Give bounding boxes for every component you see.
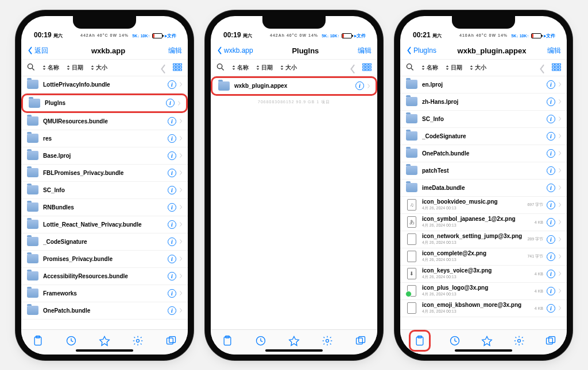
- file-list[interactable]: LottiePrivacyInfo.bundle i PlugIns i QMU…: [21, 76, 188, 329]
- search-icon[interactable]: [216, 63, 225, 72]
- info-icon[interactable]: i: [168, 117, 176, 126]
- file-row[interactable]: RNBundles i: [21, 199, 188, 216]
- file-row[interactable]: Promises_Privacy.bundle i: [21, 251, 188, 268]
- tab-gear[interactable]: [320, 333, 335, 348]
- file-row[interactable]: OnePatch.bundle i: [400, 145, 567, 162]
- search-icon[interactable]: [27, 63, 35, 72]
- sort-date[interactable]: 日期: [445, 64, 462, 72]
- file-row[interactable]: icon_complete@2x.png 4月 26, 2024 00:13 7…: [400, 248, 567, 266]
- edit-button[interactable]: 编辑: [168, 46, 182, 56]
- sort-name[interactable]: 名称: [42, 64, 59, 72]
- tab-clock[interactable]: [447, 333, 462, 348]
- tab-wins[interactable]: [353, 333, 368, 348]
- back-button[interactable]: 返回: [27, 46, 48, 56]
- info-icon[interactable]: i: [168, 80, 176, 89]
- sort-name[interactable]: 名称: [231, 64, 249, 72]
- info-icon[interactable]: i: [547, 304, 555, 313]
- file-list[interactable]: en.lproj i zh-Hans.lproj i SC_Info i: [400, 76, 567, 329]
- tab-star[interactable]: [287, 333, 301, 348]
- info-icon[interactable]: i: [168, 186, 176, 194]
- info-icon[interactable]: i: [547, 98, 555, 106]
- info-icon[interactable]: i: [168, 151, 176, 160]
- back-button[interactable]: PlugIns: [406, 46, 436, 54]
- file-row[interactable]: あ icon_symbol_japanese_1@2x.png 4月 26, 2…: [400, 214, 567, 231]
- collapse-icon[interactable]: [350, 64, 355, 71]
- info-icon[interactable]: i: [355, 81, 364, 90]
- tab-wins[interactable]: [164, 333, 179, 348]
- info-icon[interactable]: i: [547, 235, 555, 244]
- file-row[interactable]: res i: [21, 130, 188, 147]
- file-row[interactable]: icon_plus_logo@3x.png 4月 26, 2024 00:13 …: [400, 283, 567, 300]
- grid-view-icon[interactable]: [173, 63, 182, 72]
- collapse-icon[interactable]: [539, 64, 545, 71]
- tab-gear[interactable]: [130, 333, 145, 348]
- grid-view-icon[interactable]: [552, 63, 561, 72]
- info-icon[interactable]: i: [547, 80, 555, 89]
- info-icon[interactable]: i: [547, 132, 555, 141]
- info-icon[interactable]: i: [547, 166, 555, 175]
- info-icon[interactable]: i: [168, 237, 176, 246]
- tab-gear[interactable]: [512, 333, 527, 348]
- back-button[interactable]: wxkb.app: [216, 46, 253, 54]
- collapse-icon[interactable]: [160, 64, 166, 71]
- tab-star[interactable]: [97, 333, 112, 348]
- info-icon[interactable]: i: [547, 201, 555, 209]
- info-icon[interactable]: i: [166, 99, 175, 107]
- tab-clip[interactable]: [220, 333, 235, 348]
- info-icon[interactable]: i: [547, 270, 555, 278]
- file-row[interactable]: QMUIResources.bundle i: [21, 113, 188, 130]
- file-row[interactable]: patchTest i: [400, 162, 567, 180]
- tab-clip[interactable]: [30, 333, 45, 348]
- info-icon[interactable]: i: [547, 252, 555, 261]
- file-row[interactable]: en.lproj i: [400, 76, 567, 94]
- file-row[interactable]: Base.lproj i: [21, 147, 188, 165]
- sort-size[interactable]: 大小: [280, 64, 297, 72]
- info-icon[interactable]: i: [547, 149, 555, 158]
- file-row[interactable]: OnePatch.bundle i: [21, 302, 188, 320]
- info-icon[interactable]: i: [168, 134, 176, 143]
- file-row[interactable]: SC_Info i: [400, 111, 567, 128]
- info-icon[interactable]: i: [168, 272, 176, 281]
- info-icon[interactable]: i: [168, 289, 176, 298]
- tab-wins[interactable]: [543, 333, 558, 348]
- grid-view-icon[interactable]: [362, 63, 372, 72]
- file-row[interactable]: SC_Info i: [21, 182, 188, 199]
- tab-clock[interactable]: [64, 333, 79, 348]
- file-row[interactable]: icon_emoji_kbshown_more@3x.png 4月 26, 20…: [400, 300, 567, 317]
- info-icon[interactable]: i: [168, 306, 176, 315]
- file-row[interactable]: PlugIns i: [21, 94, 188, 113]
- file-row[interactable]: LottiePrivacyInfo.bundle i: [21, 76, 188, 94]
- sort-date[interactable]: 日期: [256, 64, 273, 72]
- file-row[interactable]: FBLPromises_Privacy.bundle i: [21, 165, 188, 182]
- file-row[interactable]: Frameworks i: [21, 285, 188, 302]
- info-icon[interactable]: i: [547, 218, 555, 227]
- search-icon[interactable]: [406, 63, 414, 72]
- edit-button[interactable]: 编辑: [358, 46, 372, 56]
- file-row[interactable]: icon_network_setting_jump@3x.png 4月 26, …: [400, 231, 567, 248]
- tab-clip[interactable]: [409, 330, 431, 352]
- file-row[interactable]: _CodeSignature i: [400, 128, 567, 145]
- info-icon[interactable]: i: [168, 169, 176, 177]
- file-row[interactable]: imeData.bundle i: [400, 180, 567, 197]
- info-icon[interactable]: i: [547, 115, 555, 123]
- file-row[interactable]: zh-Hans.lproj i: [400, 94, 567, 111]
- file-row[interactable]: AccessibilityResources.bundle i: [21, 268, 188, 285]
- sort-date[interactable]: 日期: [66, 64, 83, 72]
- file-list[interactable]: wxkb_plugin.appex i 7068083086152 90.9 G…: [211, 76, 377, 329]
- sort-name[interactable]: 名称: [421, 64, 438, 72]
- sort-size[interactable]: 大小: [469, 64, 486, 72]
- file-row[interactable]: ♫ icon_bookvideo_music.png 4月 26, 2024 0…: [400, 197, 567, 214]
- file-row[interactable]: ⬇ icon_keys_voice@3x.png 4月 26, 2024 00:…: [400, 266, 567, 283]
- sort-size[interactable]: 大小: [90, 64, 107, 72]
- info-icon[interactable]: i: [547, 184, 555, 192]
- file-row[interactable]: wxkb_plugin.appex i: [211, 76, 377, 96]
- file-row[interactable]: Lottie_React_Native_Privacy.bundle i: [21, 216, 188, 233]
- info-icon[interactable]: i: [547, 287, 555, 295]
- edit-button[interactable]: 编辑: [547, 46, 561, 56]
- tab-clock[interactable]: [253, 333, 268, 348]
- info-icon[interactable]: i: [168, 203, 176, 212]
- tab-star[interactable]: [479, 333, 494, 348]
- info-icon[interactable]: i: [168, 255, 176, 263]
- file-row[interactable]: _CodeSignature i: [21, 233, 188, 251]
- info-icon[interactable]: i: [168, 220, 176, 229]
